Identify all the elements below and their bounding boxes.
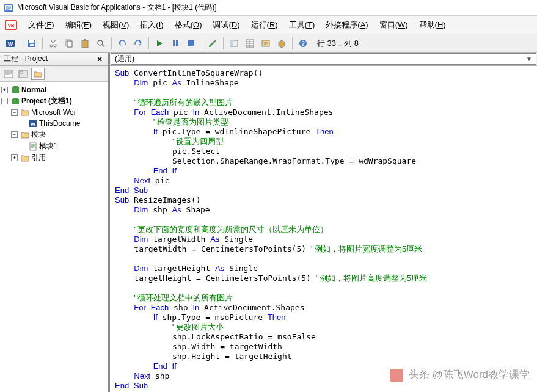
svg-rect-31 [13, 98, 18, 100]
word-doc-icon: W [28, 118, 38, 128]
menu-format[interactable]: 格式(O) [174, 18, 203, 32]
titlebar: Microsoft Visual Basic for Applications … [0, 0, 537, 16]
menu-view[interactable]: 视图(V) [101, 18, 130, 32]
break-button[interactable] [169, 37, 182, 50]
cursor-position-status: 行 33，列 8 [317, 38, 359, 49]
folder-icon [20, 153, 30, 163]
object-browser-button[interactable] [259, 37, 272, 50]
svg-rect-12 [82, 40, 88, 48]
tree-label: ThisDocume [39, 119, 80, 128]
separator [111, 37, 112, 49]
separator [292, 37, 293, 49]
paste-button[interactable] [78, 37, 92, 50]
svg-text:W: W [8, 41, 13, 47]
menu-edit[interactable]: 编辑(E) [64, 18, 93, 32]
folder-icon [20, 107, 30, 117]
svg-rect-27 [20, 71, 23, 73]
tree-node-thisdoc[interactable]: W ThisDocume [1, 118, 107, 129]
main-area: 工程 - Project × + Normal − Project (文档1) … [0, 53, 537, 392]
menu-help[interactable]: 帮助(H) [418, 18, 447, 32]
module-icon [28, 142, 38, 151]
svg-rect-8 [29, 40, 34, 43]
tree-node-normal[interactable]: + Normal [1, 84, 107, 95]
separator [21, 37, 21, 49]
cut-button[interactable] [46, 37, 60, 50]
tree-node-module1[interactable]: 模块1 [1, 140, 107, 152]
tree-label: Project (文档1) [21, 96, 72, 106]
svg-rect-34 [30, 143, 36, 150]
view-object-button[interactable] [16, 68, 30, 80]
menu-tools[interactable]: 工具(T) [288, 18, 316, 32]
code-dropdown-row: (通用) ▼ [110, 53, 537, 66]
help-button[interactable]: ? [296, 37, 310, 50]
tree-node-modules[interactable]: − 模块 [1, 129, 107, 140]
object-dropdown-value: (通用) [115, 54, 134, 64]
menu-window[interactable]: 窗口(W) [378, 18, 409, 32]
separator [42, 37, 43, 49]
svg-rect-28 [12, 87, 19, 93]
save-button[interactable] [25, 37, 38, 50]
project-panel-close-button[interactable]: × [95, 54, 104, 64]
project-explorer-panel: 工程 - Project × + Normal − Project (文档1) … [0, 53, 109, 392]
expand-icon[interactable]: + [1, 87, 8, 93]
svg-rect-18 [214, 40, 216, 42]
properties-button[interactable] [243, 37, 257, 50]
run-button[interactable] [153, 37, 166, 50]
separator [148, 37, 149, 49]
tree-node-project1[interactable]: − Project (文档1) [1, 95, 107, 107]
menu-addins[interactable]: 外接程序(A) [324, 18, 369, 32]
svg-text:W: W [31, 122, 35, 127]
tree-label: Normal [21, 85, 46, 94]
vba-app-icon [4, 3, 13, 13]
svg-rect-11 [67, 41, 72, 47]
object-dropdown[interactable]: (通用) ▼ [111, 53, 536, 65]
chevron-down-icon: ▼ [526, 56, 532, 62]
vba-logo-icon: VB [4, 18, 18, 32]
copy-button[interactable] [62, 37, 76, 50]
svg-rect-9 [30, 44, 34, 46]
svg-rect-20 [230, 40, 233, 46]
project-icon [10, 85, 20, 95]
collapse-icon[interactable]: − [1, 98, 8, 104]
code-panel: (通用) ▼ Sub ConvertInlineToSquareWrap() D… [109, 53, 537, 392]
view-word-button[interactable]: W [4, 37, 17, 50]
project-panel-header: 工程 - Project × [0, 53, 108, 66]
view-code-button[interactable] [2, 68, 15, 80]
tree-label: Microsoft Wor [31, 108, 76, 117]
svg-rect-16 [176, 40, 178, 46]
design-mode-button[interactable] [206, 37, 219, 50]
redo-button[interactable] [131, 37, 145, 50]
collapse-icon[interactable]: − [11, 131, 18, 138]
tree-node-refs[interactable]: + 引用 [1, 152, 107, 164]
collapse-icon[interactable]: − [11, 109, 18, 116]
svg-rect-29 [13, 86, 18, 88]
expand-icon[interactable]: + [11, 154, 18, 161]
svg-rect-25 [4, 70, 13, 78]
svg-rect-13 [84, 39, 86, 41]
svg-rect-15 [173, 40, 175, 46]
reset-button[interactable] [184, 37, 198, 50]
toolbox-button[interactable] [275, 37, 288, 50]
menu-run[interactable]: 运行(R) [250, 18, 279, 32]
separator [223, 37, 224, 49]
project-panel-title: 工程 - Project [4, 54, 48, 64]
menu-insert[interactable]: 插入(I) [139, 18, 164, 32]
menu-debug[interactable]: 调试(D) [211, 18, 241, 32]
project-explorer-button[interactable] [227, 37, 241, 50]
undo-button[interactable] [115, 37, 129, 50]
tree-label: 模块 [31, 129, 46, 140]
svg-rect-17 [188, 40, 194, 46]
tree-label: 模块1 [39, 141, 58, 151]
project-tree: + Normal − Project (文档1) − Microsoft Wor… [0, 82, 108, 166]
folder-icon [20, 130, 30, 140]
tree-node-msword[interactable]: − Microsoft Wor [1, 107, 107, 118]
toolbar: W ? 行 33，列 8 [0, 34, 537, 53]
svg-text:?: ? [301, 40, 305, 47]
project-icon [10, 96, 20, 106]
svg-point-14 [98, 40, 103, 45]
menu-file[interactable]: 文件(F) [27, 18, 56, 32]
find-button[interactable] [94, 37, 108, 50]
code-editor[interactable]: Sub ConvertInlineToSquareWrap() Dim pic … [110, 66, 537, 392]
toggle-folders-button[interactable] [31, 68, 45, 80]
project-panel-toolbar [0, 66, 108, 82]
